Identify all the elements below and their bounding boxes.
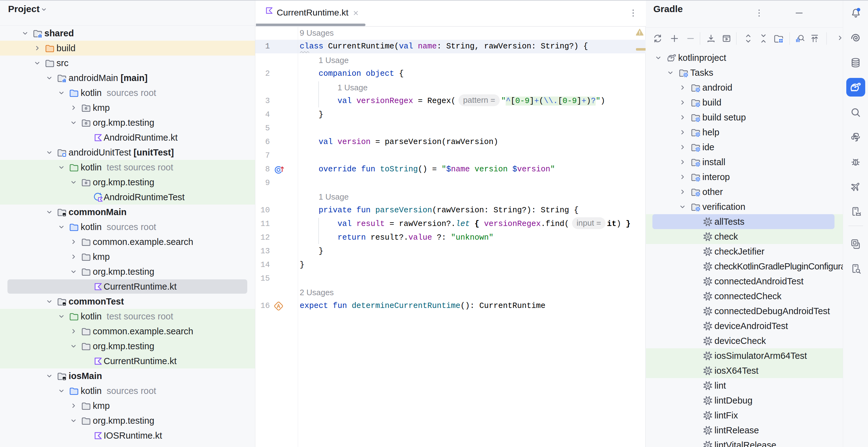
- svg-text:A: A: [277, 303, 280, 309]
